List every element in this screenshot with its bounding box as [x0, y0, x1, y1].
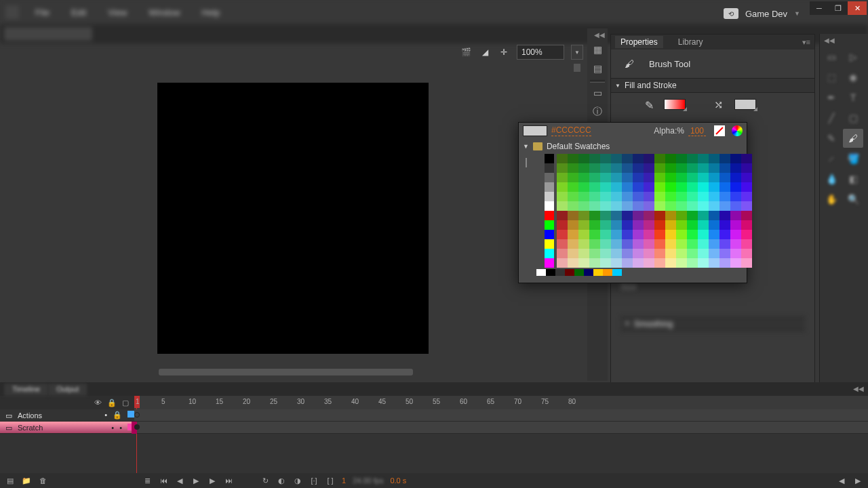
swatch-cell[interactable]: [622, 211, 633, 220]
menu-view[interactable]: View: [102, 5, 132, 20]
basic-swatch[interactable]: [545, 220, 554, 230]
swatch-cell[interactable]: [687, 258, 698, 268]
extra-swatch[interactable]: [536, 269, 546, 276]
swatch-cell[interactable]: [568, 163, 578, 173]
align-panel-icon[interactable]: ▦: [590, 41, 605, 58]
swatch-cell[interactable]: [709, 220, 719, 230]
swatch-cell[interactable]: [622, 163, 633, 173]
swatch-cell[interactable]: [654, 220, 665, 230]
swatch-cell[interactable]: [676, 201, 687, 211]
swatch-cell[interactable]: [622, 173, 633, 182]
menu-edit[interactable]: Edit: [66, 5, 92, 20]
subselection-tool[interactable]: ▷: [843, 47, 863, 66]
swatch-cell[interactable]: [676, 154, 687, 163]
swatch-cell[interactable]: [568, 154, 578, 163]
swatch-cell[interactable]: [578, 154, 589, 163]
info-panel-icon[interactable]: ⓘ: [590, 103, 605, 121]
swatch-cell[interactable]: [568, 211, 578, 220]
swatch-cell[interactable]: [654, 163, 665, 173]
swatch-cell[interactable]: [654, 201, 665, 211]
swatch-cell[interactable]: [741, 239, 752, 249]
prev-frame-button[interactable]: ◀: [175, 476, 184, 485]
panel-menu-icon[interactable]: ▾≡: [802, 38, 810, 47]
swatch-cell[interactable]: [741, 192, 752, 201]
swatch-cell[interactable]: [589, 173, 600, 182]
marker-button[interactable]: [ ]: [326, 476, 335, 485]
swatch-cell[interactable]: [589, 182, 600, 192]
swatch-cell[interactable]: [719, 230, 730, 239]
close-button[interactable]: ✕: [848, 1, 867, 15]
basic-swatch[interactable]: [545, 192, 554, 201]
swatch-cell[interactable]: [589, 201, 600, 211]
swatch-cell[interactable]: [741, 201, 752, 211]
extra-swatches-row[interactable]: [536, 269, 747, 279]
swatch-cell[interactable]: [665, 239, 676, 249]
swatch-cell[interactable]: [665, 211, 676, 220]
fill-color-swatch[interactable]: [664, 99, 686, 110]
swatch-grid[interactable]: [557, 154, 752, 268]
swatch-cell[interactable]: [676, 230, 687, 239]
swatch-cell[interactable]: [741, 163, 752, 173]
swatch-cell[interactable]: [676, 249, 687, 258]
swatch-cell[interactable]: [589, 230, 600, 239]
edit-frames-button[interactable]: [·]: [309, 476, 319, 485]
brush-tool[interactable]: 🖌: [843, 129, 863, 148]
swatch-cell[interactable]: [719, 192, 730, 201]
swatch-cell[interactable]: [589, 258, 600, 268]
swatch-cell[interactable]: [611, 211, 622, 220]
swatch-cell[interactable]: [622, 230, 633, 239]
swatch-cell[interactable]: [698, 220, 709, 230]
swatch-cell[interactable]: [741, 258, 752, 268]
swatch-cell[interactable]: [568, 173, 578, 182]
swatch-cell[interactable]: [698, 211, 709, 220]
swatch-cell[interactable]: [589, 154, 600, 163]
stroke-color-swatch[interactable]: [734, 99, 756, 110]
h-scrollbar[interactable]: [159, 369, 413, 375]
swatch-cell[interactable]: [741, 173, 752, 182]
layer-lock-dot[interactable]: •: [119, 424, 122, 432]
swatch-cell[interactable]: [600, 163, 611, 173]
onion-outlines-button[interactable]: ◑: [293, 476, 302, 485]
menu-window[interactable]: Window: [143, 5, 185, 20]
free-transform-tool[interactable]: ⬚: [821, 68, 842, 87]
swatch-cell[interactable]: [568, 249, 578, 258]
pencil-tool[interactable]: ✎: [821, 129, 842, 148]
hand-tool[interactable]: ✋: [821, 190, 842, 209]
swatch-cell[interactable]: [719, 258, 730, 268]
eraser-tool[interactable]: ◧: [843, 169, 863, 188]
swatch-cell[interactable]: [578, 220, 589, 230]
swatch-cell[interactable]: [730, 173, 741, 182]
extra-swatch[interactable]: [584, 269, 593, 276]
tab-output[interactable]: Output: [48, 384, 87, 396]
swatch-cell[interactable]: [622, 154, 633, 163]
pen-tool[interactable]: ✒: [821, 88, 842, 107]
swatch-cell[interactable]: [698, 230, 709, 239]
swatch-cell[interactable]: [611, 258, 622, 268]
extra-swatch[interactable]: [593, 269, 603, 276]
swatch-cell[interactable]: [611, 192, 622, 201]
swatch-cell[interactable]: [578, 192, 589, 201]
swatch-cell[interactable]: [698, 154, 709, 163]
swatch-cell[interactable]: [741, 230, 752, 239]
swatch-cell[interactable]: [654, 230, 665, 239]
first-frame-button[interactable]: ⏮: [159, 476, 168, 485]
swatch-cell[interactable]: [600, 211, 611, 220]
swatch-cell[interactable]: [741, 249, 752, 258]
swatch-cell[interactable]: [741, 220, 752, 230]
next-frame-button[interactable]: ▶: [208, 476, 217, 485]
visibility-icon[interactable]: 👁: [94, 399, 102, 407]
swatch-cell[interactable]: [687, 211, 698, 220]
rectangle-tool[interactable]: ▢: [843, 108, 863, 127]
swatch-cell[interactable]: [633, 211, 644, 220]
swatch-cell[interactable]: [698, 201, 709, 211]
basic-swatch[interactable]: [545, 230, 554, 239]
extra-swatch[interactable]: [565, 269, 574, 276]
layer-visible-dot[interactable]: •: [111, 424, 114, 432]
swatch-cell[interactable]: [665, 258, 676, 268]
layer-info[interactable]: ▭Actions•🔒: [0, 409, 134, 422]
basic-swatch[interactable]: [545, 154, 554, 163]
swatch-cell[interactable]: [665, 192, 676, 201]
swatch-cell[interactable]: [665, 230, 676, 239]
swatch-cell[interactable]: [719, 201, 730, 211]
hex-field[interactable]: #CCCCCC: [551, 125, 591, 136]
